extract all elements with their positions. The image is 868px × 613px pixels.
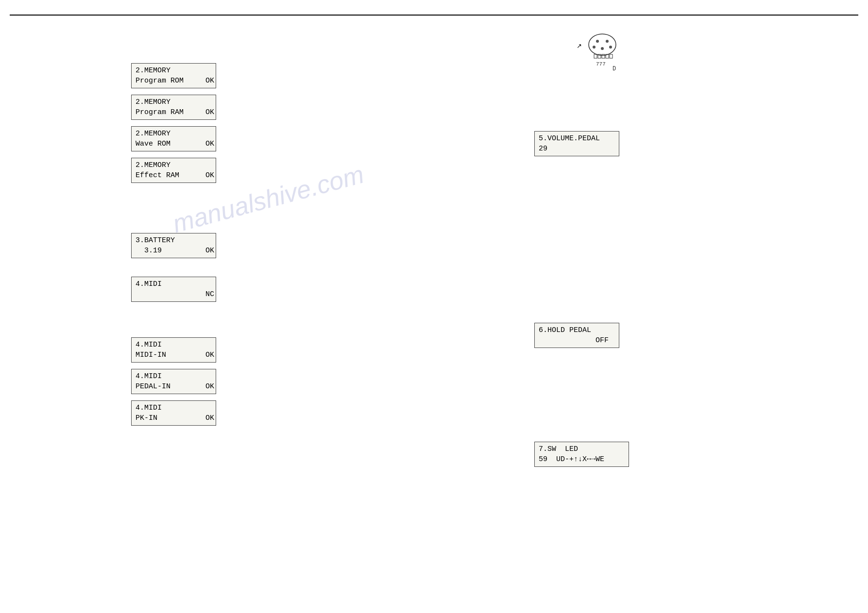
lcd-box-hold-pedal: 6.HOLD PEDAL OFF xyxy=(534,323,619,348)
lcd-line2-memory-program-rom: Program ROM OK xyxy=(136,76,212,86)
lcd-line1-battery: 3.BATTERY xyxy=(136,235,212,246)
svg-point-3 xyxy=(606,40,609,43)
top-border xyxy=(10,15,858,16)
pkin-diagram: ↗ 777 D xyxy=(576,27,624,74)
lcd-line1-memory-program-rom: 2.MEMORY xyxy=(136,66,212,76)
svg-text:D: D xyxy=(613,66,616,71)
svg-point-6 xyxy=(609,46,612,49)
lcd-box-midi-in: 4.MIDIMIDI-IN OK xyxy=(131,337,216,363)
svg-point-1 xyxy=(589,34,616,55)
lcd-box-volume-pedal: 5.VOLUME.PEDAL29 xyxy=(534,131,619,156)
lcd-line1-pedal-in: 4.MIDI xyxy=(136,371,212,381)
svg-point-5 xyxy=(601,47,604,50)
lcd-box-memory-program-rom: 2.MEMORYProgram ROM OK xyxy=(131,63,216,88)
svg-rect-7 xyxy=(594,54,597,58)
lcd-box-sw-led: 7.SW LED59 UD-+↑↓X↔→WE xyxy=(534,442,629,467)
lcd-box-memory-program-ram: 2.MEMORYProgram RAM OK xyxy=(131,95,216,120)
lcd-box-memory-effect-ram: 2.MEMORYEffect RAM OK xyxy=(131,158,216,183)
svg-text:777: 777 xyxy=(596,61,606,67)
lcd-box-pk-in: 4.MIDIPK-IN OK xyxy=(131,400,216,426)
lcd-line2-memory-wave-rom: Wave ROM OK xyxy=(136,139,212,149)
lcd-line2-pk-in: PK-IN OK xyxy=(136,413,212,423)
lcd-box-memory-wave-rom: 2.MEMORYWave ROM OK xyxy=(131,126,216,151)
lcd-line2-hold-pedal: OFF xyxy=(539,335,615,346)
lcd-line2-pedal-in: PEDAL-IN OK xyxy=(136,381,212,392)
lcd-box-battery: 3.BATTERY 3.19 OK xyxy=(131,233,216,258)
lcd-box-midi-nc: 4.MIDI NC xyxy=(131,277,216,302)
svg-point-2 xyxy=(596,40,599,43)
lcd-line2-memory-effect-ram: Effect RAM OK xyxy=(136,170,212,181)
lcd-line2-volume-pedal: 29 xyxy=(539,144,615,154)
lcd-line1-memory-program-ram: 2.MEMORY xyxy=(136,97,212,107)
lcd-line2-midi-nc: NC xyxy=(136,289,212,299)
lcd-line1-midi-in: 4.MIDI xyxy=(136,340,212,350)
lcd-line1-memory-wave-rom: 2.MEMORY xyxy=(136,129,212,139)
lcd-line1-sw-led: 7.SW LED xyxy=(539,444,625,454)
lcd-line1-hold-pedal: 6.HOLD PEDAL xyxy=(539,325,615,335)
lcd-line2-sw-led: 59 UD-+↑↓X↔→WE xyxy=(539,454,625,464)
lcd-line2-memory-program-ram: Program RAM OK xyxy=(136,107,212,117)
lcd-line2-midi-in: MIDI-IN OK xyxy=(136,350,212,360)
lcd-box-pedal-in: 4.MIDIPEDAL-IN OK xyxy=(131,369,216,394)
lcd-line1-volume-pedal: 5.VOLUME.PEDAL xyxy=(539,133,615,144)
pkin-svg: ↗ 777 D xyxy=(576,28,624,71)
svg-point-4 xyxy=(593,46,596,49)
svg-rect-11 xyxy=(610,54,613,58)
svg-text:↗: ↗ xyxy=(577,43,582,50)
lcd-line1-memory-effect-ram: 2.MEMORY xyxy=(136,160,212,170)
lcd-line1-midi-nc: 4.MIDI xyxy=(136,279,212,289)
lcd-line2-battery: 3.19 OK xyxy=(136,246,212,256)
lcd-line1-pk-in: 4.MIDI xyxy=(136,403,212,413)
